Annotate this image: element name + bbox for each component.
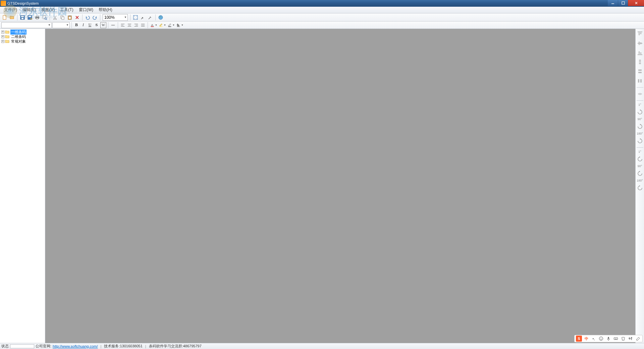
minimize-button[interactable]	[608, 0, 618, 6]
font-family-combo[interactable]: ▼	[1, 22, 52, 28]
fit-button[interactable]	[132, 14, 139, 21]
distribute-v-button[interactable]	[636, 58, 644, 66]
font-size-combo[interactable]: ▼	[52, 22, 70, 28]
italic-button[interactable]: I	[80, 22, 86, 28]
delete-button[interactable]	[74, 14, 80, 21]
expand-icon[interactable]: +	[1, 35, 4, 38]
svg-point-28	[159, 15, 163, 19]
new-button[interactable]	[1, 14, 8, 21]
ime-skin-button[interactable]	[620, 336, 626, 342]
chevron-down-icon: ▼	[124, 16, 127, 19]
svg-point-64	[600, 338, 601, 339]
align-middle-button[interactable]	[636, 40, 644, 47]
rotate-cw-1-button[interactable]	[636, 108, 644, 116]
chevron-down-icon: ▼	[48, 23, 51, 27]
menu-file[interactable]: 文件(F)	[1, 6, 20, 13]
menu-window[interactable]: 窗口(W)	[76, 6, 96, 13]
toolbar-separator	[637, 147, 643, 148]
align-top-button[interactable]	[636, 30, 644, 38]
border-color-button[interactable]: ▼	[167, 22, 175, 28]
paste-button[interactable]	[66, 14, 73, 21]
rotate-180-label: 180°	[637, 132, 643, 135]
bold-button[interactable]: B	[73, 22, 79, 28]
format-toolbar: ▼ ▼ B I U S W A▼ ▼ ▼ ▼	[0, 21, 644, 29]
spacing-button[interactable]	[636, 90, 644, 98]
rotate-cw-90-button[interactable]	[636, 123, 644, 130]
open-button[interactable]	[9, 14, 15, 21]
rotate-cw-180-button[interactable]	[636, 137, 644, 145]
rotate-ccw-1-button[interactable]	[636, 155, 644, 163]
svg-rect-11	[36, 16, 38, 17]
menu-view[interactable]: 视图(V)	[39, 6, 57, 13]
strikethrough-button[interactable]: S	[94, 22, 100, 28]
align-center-button[interactable]	[126, 22, 132, 28]
same-width-button[interactable]	[636, 68, 644, 75]
fill-color-button[interactable]: ▼	[176, 22, 184, 28]
app-icon	[1, 1, 6, 6]
rotate-1-label: 1°	[638, 103, 641, 106]
svg-rect-59	[638, 69, 642, 71]
align-bottom-button[interactable]	[636, 49, 644, 56]
ime-settings-button[interactable]	[635, 336, 641, 342]
window-controls	[608, 0, 644, 7]
svg-point-18	[54, 18, 55, 19]
svg-rect-58	[639, 63, 641, 64]
cut-button[interactable]	[52, 14, 58, 21]
ime-keyboard-button[interactable]	[613, 336, 619, 342]
print-button[interactable]	[34, 14, 41, 21]
tree-node-2d-barcode[interactable]: + 二维条码	[1, 34, 44, 39]
menu-edit[interactable]: 编辑(E)	[20, 6, 39, 13]
zoom-out-button[interactable]	[140, 14, 146, 21]
svg-line-15	[46, 19, 47, 20]
tree-node-common-object[interactable]: + 常规对象	[1, 39, 44, 44]
ime-punct-button[interactable]: •,	[591, 336, 597, 342]
ime-toolbox-button[interactable]	[628, 336, 634, 342]
print-preview-button[interactable]	[41, 14, 48, 21]
svg-rect-61	[638, 79, 639, 83]
rotate-90-label: 90°	[638, 118, 642, 121]
ime-lang-button[interactable]: 中	[583, 336, 589, 342]
hr-button[interactable]	[110, 22, 116, 28]
ime-logo-button[interactable]: S	[576, 336, 582, 342]
wrap-button[interactable]: W	[100, 22, 106, 28]
align-left-button[interactable]	[120, 22, 126, 28]
save-as-button[interactable]	[26, 14, 33, 21]
svg-point-63	[599, 337, 603, 341]
ime-voice-button[interactable]	[605, 336, 611, 342]
folder-icon	[5, 30, 10, 34]
ime-emoji-button[interactable]	[598, 336, 604, 342]
align-right-button[interactable]	[133, 22, 139, 28]
title-bar: GTSDesignSystem	[0, 0, 644, 7]
zoom-in-button[interactable]	[147, 14, 154, 21]
align-justify-button[interactable]	[140, 22, 146, 28]
maximize-button[interactable]	[618, 0, 628, 6]
font-color-button[interactable]: A▼	[150, 22, 158, 28]
svg-rect-24	[69, 17, 71, 19]
expand-icon[interactable]: +	[1, 31, 4, 34]
company-url-link[interactable]: http://www.softchuang.com/	[53, 344, 98, 348]
zoom-combo[interactable]: 100%▼	[103, 14, 128, 21]
copy-button[interactable]	[59, 14, 66, 21]
tree-node-1d-barcode[interactable]: + 一维条码	[1, 30, 44, 34]
rotate-ccw-180-button[interactable]	[636, 184, 644, 192]
svg-rect-45	[168, 26, 171, 27]
menu-help[interactable]: 帮助(H)	[96, 6, 115, 13]
close-button[interactable]	[628, 0, 644, 6]
svg-rect-9	[29, 16, 31, 17]
underline-button[interactable]: U	[87, 22, 93, 28]
menu-tools[interactable]: 工具(T)	[57, 6, 76, 13]
redo-button[interactable]	[92, 14, 98, 21]
globe-button[interactable]	[157, 14, 164, 21]
chevron-down-icon: ▼	[172, 24, 175, 26]
undo-button[interactable]	[84, 14, 91, 21]
toolbar-separator	[148, 22, 148, 28]
highlight-color-button[interactable]: ▼	[158, 22, 166, 28]
save-button[interactable]	[19, 14, 26, 21]
status-bar: 状态 公司官网: http://www.softchuang.com/ | 技术…	[0, 343, 644, 349]
rotate-ccw-90-button[interactable]	[636, 170, 644, 177]
chevron-down-icon: ▼	[155, 24, 157, 26]
same-height-button[interactable]	[636, 77, 644, 85]
design-canvas[interactable]	[45, 29, 635, 343]
rotate-ccw-1-label: 1°	[638, 150, 641, 153]
expand-icon[interactable]: +	[1, 40, 4, 43]
